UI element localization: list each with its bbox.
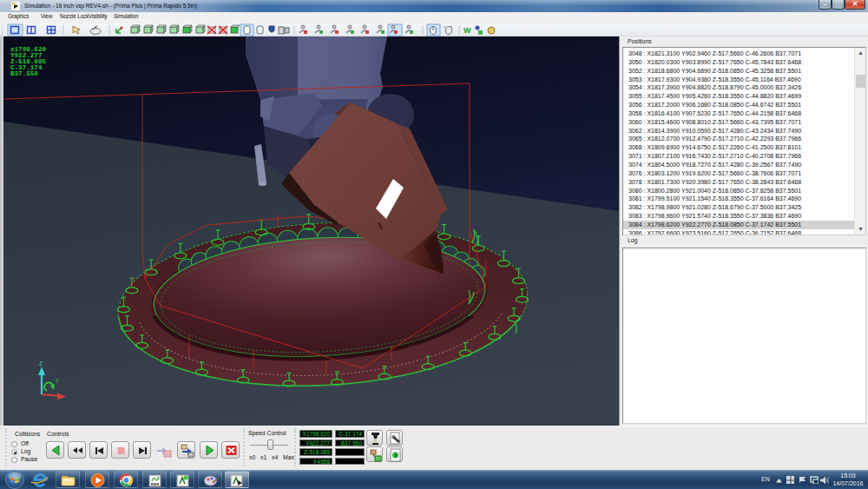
svg-text:B37.550: B37.550 — [10, 70, 38, 77]
svg-text:W: W — [464, 26, 471, 35]
svg-text:2016: 2016 — [152, 483, 159, 486]
svg-text:Z: Z — [39, 360, 43, 367]
